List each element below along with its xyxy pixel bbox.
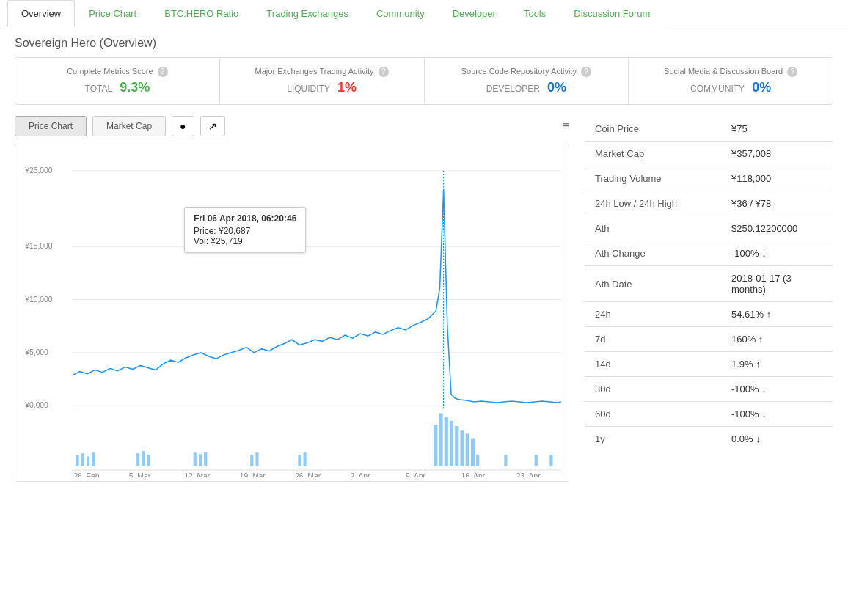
price-line bbox=[72, 190, 560, 403]
metric-community-value: COMMUNITY 0% bbox=[636, 80, 825, 95]
coin-info-label: Ath bbox=[585, 216, 721, 241]
coin-info-label: 24h Low / 24h High bbox=[585, 191, 721, 216]
metric-liquidity: Major Exchanges Trading Activity ? LIQUI… bbox=[220, 58, 425, 104]
coin-info-value: 2018-01-17 (3 months) bbox=[721, 266, 833, 302]
x-label-mar19: 19. Mar bbox=[240, 472, 266, 477]
svg-rect-11 bbox=[255, 452, 258, 466]
metric-developer: Source Code Repository Activity ? DEVELO… bbox=[425, 58, 629, 104]
coin-info-label: 60d bbox=[585, 402, 721, 427]
nav-tabs: Overview Price Chart BTC:HERO Ratio Trad… bbox=[0, 0, 848, 26]
coin-info-value: ¥118,000 bbox=[721, 166, 833, 191]
svg-rect-17 bbox=[450, 421, 453, 466]
coin-info-label: Ath Date bbox=[585, 266, 721, 302]
coin-info-row: Coin Price¥75 bbox=[585, 117, 833, 142]
coin-info-row: Trading Volume¥118,000 bbox=[585, 166, 833, 191]
coin-info-label: Ath Change bbox=[585, 241, 721, 266]
svg-rect-2 bbox=[87, 456, 89, 466]
svg-rect-18 bbox=[455, 426, 458, 466]
metric-community-info-icon[interactable]: ? bbox=[787, 67, 797, 77]
coin-info-row: Ath$250.12200000 bbox=[585, 216, 833, 241]
price-chart-svg: ¥25,000 ¥15,000 ¥10,000 ¥5,000 ¥0,000 bbox=[19, 152, 565, 477]
y-label-15000: ¥15,000 bbox=[24, 242, 53, 250]
svg-rect-7 bbox=[194, 452, 197, 466]
metric-liquidity-prefix: LIQUIDITY bbox=[287, 84, 330, 94]
trend-icon-button[interactable]: ↗ bbox=[200, 116, 225, 136]
svg-rect-20 bbox=[466, 433, 469, 466]
svg-rect-3 bbox=[92, 452, 95, 466]
svg-rect-6 bbox=[147, 455, 150, 466]
y-label-10000: ¥10,000 bbox=[24, 296, 53, 304]
coin-info-value: -100% ↓ bbox=[721, 377, 833, 402]
metric-liquidity-info-icon[interactable]: ? bbox=[379, 67, 389, 77]
metric-liquidity-label: Major Exchanges Trading Activity bbox=[255, 67, 374, 76]
metric-developer-number: 0% bbox=[547, 80, 566, 95]
metrics-row: Complete Metrics Score ? TOTAL 9.3% Majo… bbox=[15, 57, 833, 105]
metric-community-label: Social Media & Discussion Board bbox=[664, 67, 783, 76]
svg-rect-9 bbox=[204, 452, 207, 466]
coin-info-value: ¥75 bbox=[721, 117, 833, 142]
x-label-apr2: 2. Apr bbox=[351, 472, 371, 477]
svg-rect-10 bbox=[250, 455, 253, 466]
tab-discussion[interactable]: Discussion Forum bbox=[560, 0, 664, 26]
x-label-mar5: 5. Mar bbox=[129, 472, 151, 477]
tab-btc-ratio[interactable]: BTC:HERO Ratio bbox=[150, 0, 252, 26]
coin-info-row: 7d160% ↑ bbox=[585, 327, 833, 352]
chart-area: Price Chart Market Cap ● ↗ ≡ ¥25,000 ¥15… bbox=[15, 116, 569, 482]
coin-info-row: 30d-100% ↓ bbox=[585, 377, 833, 402]
coin-info-value: 1.9% ↑ bbox=[721, 352, 833, 377]
coin-info-label: 14d bbox=[585, 352, 721, 377]
coin-info-label: 7d bbox=[585, 327, 721, 352]
coin-info-value: ¥357,008 bbox=[721, 142, 833, 166]
metric-developer-info-icon[interactable]: ? bbox=[581, 67, 591, 77]
coin-info-row: Ath Change-100% ↓ bbox=[585, 241, 833, 266]
coin-info-label: Market Cap bbox=[585, 142, 721, 166]
svg-rect-8 bbox=[199, 454, 202, 466]
tab-community[interactable]: Community bbox=[362, 0, 439, 26]
metric-total-value: TOTAL 9.3% bbox=[23, 80, 212, 95]
price-chart-container: ¥25,000 ¥15,000 ¥10,000 ¥5,000 ¥0,000 bbox=[15, 144, 569, 482]
chart-menu-icon[interactable]: ≡ bbox=[563, 120, 569, 133]
price-chart-button[interactable]: Price Chart bbox=[15, 116, 87, 136]
metric-developer-prefix: DEVELOPER bbox=[486, 84, 540, 94]
coin-info-label: Trading Volume bbox=[585, 166, 721, 191]
tab-developer[interactable]: Developer bbox=[439, 0, 510, 26]
y-label-25000: ¥25,000 bbox=[24, 166, 53, 175]
market-cap-button[interactable]: Market Cap bbox=[92, 116, 166, 136]
svg-rect-19 bbox=[460, 430, 464, 466]
tab-trading[interactable]: Trading Exchanges bbox=[252, 0, 362, 26]
svg-rect-21 bbox=[471, 439, 475, 466]
tab-tools[interactable]: Tools bbox=[510, 0, 560, 26]
y-label-0: ¥0,000 bbox=[24, 401, 48, 409]
coin-info-label: 30d bbox=[585, 377, 721, 402]
dot-icon-button[interactable]: ● bbox=[172, 116, 194, 136]
svg-rect-23 bbox=[504, 455, 507, 466]
coin-info-label: 24h bbox=[585, 302, 721, 327]
x-label-mar26: 26. Mar bbox=[295, 472, 321, 477]
coin-info-label: 1y bbox=[585, 427, 721, 452]
tab-price-chart[interactable]: Price Chart bbox=[75, 0, 150, 26]
coin-info-value: $250.12200000 bbox=[721, 216, 833, 241]
metric-liquidity-value: LIQUIDITY 1% bbox=[227, 80, 417, 95]
metric-total-number: 9.3% bbox=[120, 80, 150, 95]
metric-total-label: Complete Metrics Score bbox=[67, 67, 153, 76]
coin-info-value: 160% ↑ bbox=[721, 327, 833, 352]
metric-total-info-icon[interactable]: ? bbox=[158, 67, 168, 77]
coin-info-row: 14d1.9% ↑ bbox=[585, 352, 833, 377]
volume-bars bbox=[76, 413, 553, 466]
metric-total: Complete Metrics Score ? TOTAL 9.3% bbox=[15, 58, 220, 104]
main-content: Price Chart Market Cap ● ↗ ≡ ¥25,000 ¥15… bbox=[0, 116, 848, 482]
tab-overview[interactable]: Overview bbox=[7, 0, 75, 26]
metric-liquidity-number: 1% bbox=[337, 80, 357, 95]
x-label-mar12: 12. Mar bbox=[184, 472, 211, 477]
x-label-feb: 26. Feb bbox=[73, 472, 99, 477]
x-label-apr23: 23. Apr bbox=[516, 472, 541, 477]
metric-total-prefix: TOTAL bbox=[85, 84, 113, 94]
coin-info-value: -100% ↓ bbox=[721, 402, 833, 427]
svg-rect-12 bbox=[298, 455, 301, 466]
coin-info-row: 60d-100% ↓ bbox=[585, 402, 833, 427]
metric-developer-value: DEVELOPER 0% bbox=[432, 80, 621, 95]
y-label-5000: ¥5,000 bbox=[24, 348, 48, 356]
coin-info-panel: Coin Price¥75Market Cap¥357,008Trading V… bbox=[584, 116, 833, 482]
coin-info-value: ¥36 / ¥78 bbox=[721, 191, 833, 216]
svg-rect-0 bbox=[76, 455, 79, 466]
